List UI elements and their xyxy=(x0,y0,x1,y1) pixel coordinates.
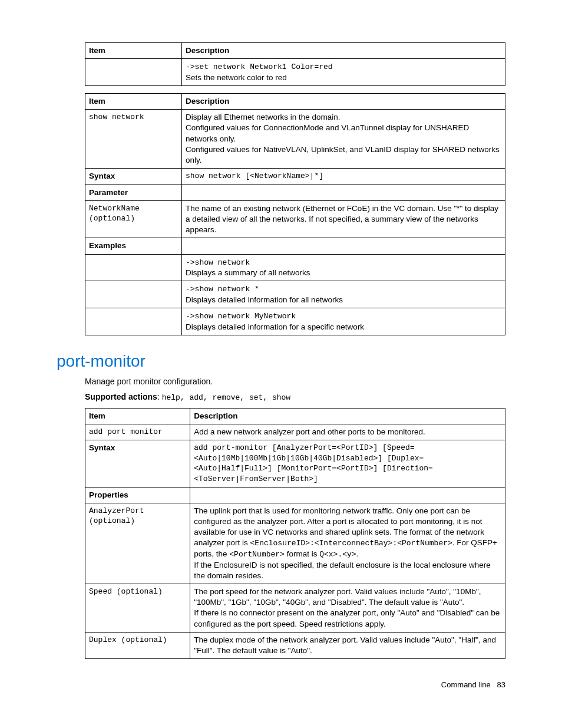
t3-header-desc: Description xyxy=(190,408,505,424)
t3-add-desc: Add a new network analyzer port and othe… xyxy=(190,424,505,440)
t3-analyzer-item: AnalyzerPort (optional) xyxy=(85,503,190,584)
t3-analyzer-fmt2: <PortNumber> xyxy=(229,550,285,559)
t2-examples-empty xyxy=(181,238,505,254)
page-footer: Command line 83 xyxy=(57,680,505,689)
show-network-table: Item Description show network Display al… xyxy=(85,93,505,335)
t3-duplex-item: Duplex (optional) xyxy=(85,632,190,658)
t3-analyzer-fmt1: <EnclosureID>:<InterconnectBay>:<PortNum… xyxy=(250,539,452,548)
t3-analyzer-mid2: format is xyxy=(285,549,319,558)
footer-page: 83 xyxy=(497,680,505,689)
t2-syntax-code: show network [<NetworkName>|*] xyxy=(181,169,505,185)
t1-item-cell xyxy=(85,59,182,86)
t3-analyzer-fmt3: Q<x>.<y> xyxy=(319,550,356,559)
t2-ex2-code: ->show network * xyxy=(186,285,259,294)
t2-ex2-item xyxy=(85,281,182,308)
t2-ex3-item xyxy=(85,308,182,335)
t3-add-item: add port monitor xyxy=(85,424,190,440)
t3-analyzer-desc: The uplink port that is used for monitor… xyxy=(190,503,505,584)
t3-syntax-code: add port-monitor [AnalyzerPort=<PortID>]… xyxy=(190,440,505,487)
t2-ex1-code: ->show network xyxy=(186,258,250,267)
t2-networkname-desc: The name of an existing network (Etherne… xyxy=(181,200,505,238)
t2-ex2-desc: ->show network * Displays detailed infor… xyxy=(181,281,505,308)
footer-text: Command line xyxy=(441,680,491,689)
t3-analyzer-post: If the EnclosureID is not specified, the… xyxy=(194,561,491,580)
t3-speed-item: Speed (optional) xyxy=(85,584,190,632)
section-intro: Manage port monitor configuration. xyxy=(85,377,505,386)
t2-ex3-desc: ->show network MyNetwork Displays detail… xyxy=(181,308,505,335)
t2-ex1-item xyxy=(85,254,182,281)
t2-show-desc: Display all Ethernet networks in the dom… xyxy=(181,110,505,169)
t3-header-item: Item xyxy=(85,408,190,424)
t2-parameter-empty xyxy=(181,185,505,200)
t2-ex3-code: ->show network MyNetwork xyxy=(186,312,296,321)
t2-show-item: show network xyxy=(85,110,182,169)
t2-examples-label: Examples xyxy=(85,238,182,254)
t3-syntax-label: Syntax xyxy=(85,440,190,487)
supported-label: Supported actions xyxy=(85,392,157,401)
t2-ex1-desc: ->show network Displays a summary of all… xyxy=(181,254,505,281)
t2-header-item: Item xyxy=(85,93,182,109)
set-network-table: Item Description ->set network Network1 … xyxy=(85,42,505,86)
t1-code: ->set network Network1 Color=red xyxy=(186,62,333,71)
t2-ex2-text: Displays detailed information for all ne… xyxy=(186,295,343,304)
t2-ex3-text: Displays detailed information for a spec… xyxy=(186,322,364,331)
t2-networkname-item: NetworkName (optional) xyxy=(85,200,182,238)
t3-speed-desc: The port speed for the network analyzer … xyxy=(190,584,505,632)
t3-properties-label: Properties xyxy=(85,487,190,503)
t3-duplex-desc: The duplex mode of the network analyzer … xyxy=(190,632,505,658)
t1-desc-cell: ->set network Network1 Color=red Sets th… xyxy=(181,59,505,86)
t1-header-item: Item xyxy=(85,43,182,59)
t3-properties-empty xyxy=(190,487,505,503)
port-monitor-table: Item Description add port monitor Add a … xyxy=(85,408,505,659)
section-title-port-monitor: port-monitor xyxy=(57,352,505,371)
supported-actions: help, add, remove, set, show xyxy=(162,393,290,402)
t2-header-desc: Description xyxy=(181,93,505,109)
t2-parameter-label: Parameter xyxy=(85,185,182,200)
t1-text: Sets the network color to red xyxy=(186,73,287,82)
t3-analyzer-mid3: . xyxy=(356,549,359,558)
t2-syntax-label: Syntax xyxy=(85,169,182,185)
supported-actions-line: Supported actions: help, add, remove, se… xyxy=(85,392,505,402)
t2-ex1-text: Displays a summary of all networks xyxy=(186,268,310,277)
t1-header-desc: Description xyxy=(181,43,505,59)
